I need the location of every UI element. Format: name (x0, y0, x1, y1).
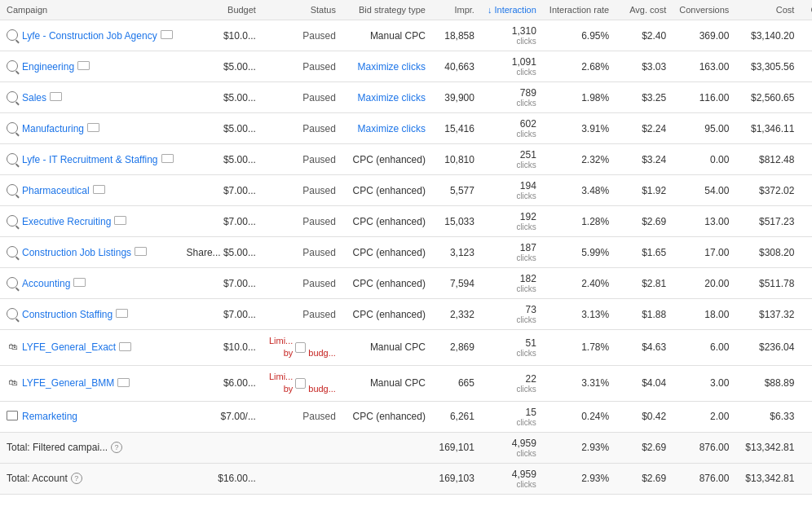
table-row: Remarketing$7.00/...PausedCPC (enhanced)… (0, 401, 812, 432)
impressions-cell: 15,416 (432, 113, 481, 144)
search-icon (7, 215, 18, 227)
search-icon (7, 277, 18, 288)
conv-rate-cell: 15.41% (801, 82, 812, 113)
total-empty (342, 463, 432, 494)
interaction-rate-cell: 3.13% (543, 299, 616, 330)
impressions-cell: 7,594 (432, 268, 481, 299)
interaction-cell: 15clicks (481, 401, 543, 432)
total-cost: $13,342.81 (735, 463, 801, 494)
campaign-link[interactable]: LYFE_General_Exact (22, 341, 116, 353)
col-status[interactable]: Status (263, 0, 342, 20)
total-budget: $16.00... (180, 463, 263, 494)
campaign-link[interactable]: Pharmaceutical (22, 185, 90, 196)
table-row: Sales$5.00...PausedMaximize clicks39,900… (0, 82, 812, 113)
conv-rate-cell: 13.33% (801, 401, 812, 432)
conversions-cell: 2.00 (673, 401, 735, 432)
campaign-link[interactable]: Lyfe - IT Recruitment & Staffing (22, 154, 158, 165)
bid-strategy-cell[interactable]: Maximize clicks (342, 51, 432, 82)
email-envelope-icon (114, 216, 126, 225)
total-label: Total: Account? (0, 463, 180, 494)
campaign-link[interactable]: Lyfe - Construction Job Agency (22, 30, 157, 42)
interaction-rate-cell: 3.48% (543, 175, 616, 206)
campaign-link[interactable]: Remarketing (22, 411, 77, 422)
table-row: Construction Job ListingsShare... $5.00.… (0, 237, 812, 268)
conversions-cell: 369.00 (673, 20, 735, 51)
impressions-cell: 39,900 (432, 82, 481, 113)
campaign-name-cell: Construction Job Listings (0, 237, 180, 268)
campaign-link[interactable]: LYFE_General_BMM (22, 377, 114, 389)
interaction-cell: 789clicks (481, 82, 543, 113)
conversions-cell: 3.00 (673, 365, 735, 401)
interaction-cell: 187clicks (481, 237, 543, 268)
bid-strategy-link[interactable]: Maximize clicks (358, 123, 426, 134)
cost-cell: $6.33 (735, 401, 801, 432)
search-icon (7, 308, 18, 319)
col-avg-cost[interactable]: Avg. cost (616, 0, 673, 20)
interaction-rate-cell: 3.31% (543, 365, 616, 401)
campaign-link[interactable]: Manufacturing (22, 123, 84, 134)
help-icon[interactable]: ? (71, 473, 82, 484)
bid-strategy-link[interactable]: Maximize clicks (358, 92, 426, 103)
bid-strategy-cell: CPC (enhanced) (342, 299, 432, 330)
campaign-link[interactable]: Construction Staffing (22, 309, 113, 320)
conv-rate-cell: 11.56% (801, 237, 812, 268)
impressions-cell: 3,123 (432, 237, 481, 268)
campaign-link[interactable]: Accounting (22, 278, 70, 289)
bid-strategy-cell: CPC (enhanced) (342, 237, 432, 268)
avg-cost-cell: $0.42 (616, 401, 673, 432)
display-icon (7, 411, 18, 420)
campaign-name-cell: Pharmaceutical (0, 175, 180, 206)
avg-cost-cell: $4.04 (616, 365, 673, 401)
cost-cell: $372.02 (735, 175, 801, 206)
total-impressions: 169,101 (432, 432, 481, 463)
help-icon[interactable]: ? (111, 442, 122, 453)
cost-cell: $137.32 (735, 299, 801, 330)
status-cell: Paused (263, 268, 342, 299)
conv-rate-cell: 12.99% (801, 268, 812, 299)
avg-cost-cell: $3.25 (616, 82, 673, 113)
interaction-cell: 251clicks (481, 144, 543, 175)
avg-cost-cell: $3.03 (616, 51, 673, 82)
col-impressions[interactable]: Impr. (432, 0, 481, 20)
budget-cell: $6.00... (180, 365, 263, 401)
total-impressions: 169,103 (432, 463, 481, 494)
total-empty (342, 432, 432, 463)
interaction-rate-cell: 1.98% (543, 82, 616, 113)
status-cell: Limi...by budg... (263, 330, 342, 366)
total-conv-rate: 18.99% (801, 432, 812, 463)
interaction-rate-cell: 5.99% (543, 237, 616, 268)
campaign-link[interactable]: Sales (22, 92, 46, 103)
bid-strategy-cell[interactable]: Maximize clicks (342, 113, 432, 144)
avg-cost-cell: $1.65 (616, 237, 673, 268)
col-interaction[interactable]: ↓ Interaction (481, 0, 543, 20)
budget-cell: Share... $5.00... (180, 237, 263, 268)
bid-strategy-cell: Manual CPC (342, 20, 432, 51)
table-row: Lyfe - IT Recruitment & Staffing$5.00...… (0, 144, 812, 175)
bid-strategy-cell[interactable]: Maximize clicks (342, 82, 432, 113)
status-cell: Paused (263, 237, 342, 268)
total-cost: $13,342.81 (735, 432, 801, 463)
email-envelope-icon (116, 309, 128, 318)
cost-cell: $88.89 (735, 365, 801, 401)
col-campaign[interactable]: Campaign (0, 0, 180, 20)
col-cost[interactable]: Cost (735, 0, 801, 20)
interaction-rate-cell: 2.32% (543, 144, 616, 175)
col-bid-strategy[interactable]: Bid strategy type (342, 0, 432, 20)
col-interaction-rate[interactable]: Interaction rate (543, 0, 616, 20)
col-budget[interactable]: Budget (180, 0, 263, 20)
conversions-cell: 0.00 (673, 144, 735, 175)
campaign-link[interactable]: Executive Recruiting (22, 216, 111, 227)
interaction-cell: 192clicks (481, 206, 543, 237)
interaction-cell: 602clicks (481, 113, 543, 144)
campaign-link[interactable]: Construction Job Listings (22, 247, 131, 258)
bid-strategy-link[interactable]: Maximize clicks (358, 61, 426, 73)
search-icon (7, 246, 18, 258)
col-conversions[interactable]: Conversions (673, 0, 735, 20)
total-empty (263, 463, 342, 494)
interaction-cell: 51clicks (481, 330, 543, 366)
total-avg-cost: $2.69 (616, 463, 673, 494)
campaign-link[interactable]: Engineering (22, 61, 74, 73)
cost-cell: $511.78 (735, 268, 801, 299)
email-envelope-icon (73, 278, 86, 287)
col-conv-rate[interactable]: Conv. rate (801, 0, 812, 20)
